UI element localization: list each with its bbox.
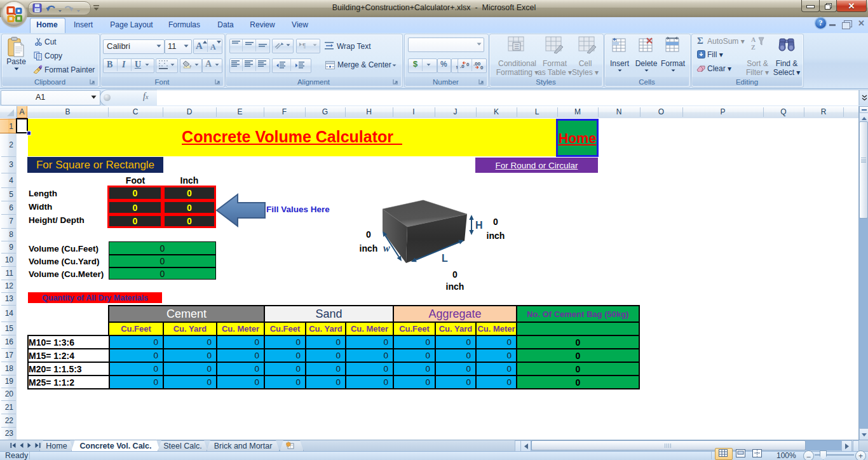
svg-text:.00: .00 — [473, 61, 481, 67]
svg-text:L: L — [442, 253, 448, 264]
svg-text:A: A — [751, 36, 756, 43]
svg-text:0: 0 — [466, 62, 470, 67]
svg-text:0: 0 — [480, 65, 484, 69]
svg-text:¶: ¶ — [302, 41, 306, 49]
svg-text:Z: Z — [751, 44, 756, 51]
svg-text:☰: ☰ — [514, 44, 519, 50]
